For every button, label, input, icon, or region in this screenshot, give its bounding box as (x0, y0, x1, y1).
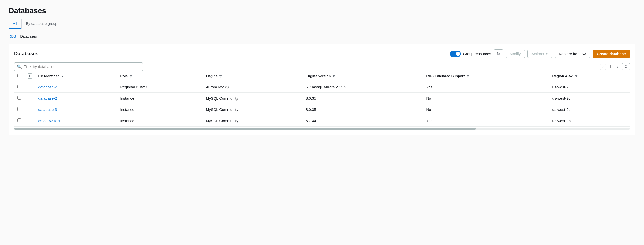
tab-all[interactable]: All (9, 19, 21, 29)
toggle-thumb (456, 52, 460, 56)
actions-button[interactable]: Actions ▼ (527, 50, 552, 58)
row-checkbox[interactable] (17, 96, 21, 100)
table-body: database-2 Regional cluster Aurora MySQL… (14, 81, 630, 127)
chevron-left-icon: ‹ (602, 65, 604, 69)
row-expand-cell (24, 115, 35, 127)
table-row: database-2 Regional cluster Aurora MySQL… (14, 81, 630, 93)
row-expand-cell (24, 104, 35, 115)
row-engine: Aurora MySQL (203, 81, 302, 93)
header-engine[interactable]: Engine ▽ (203, 71, 302, 81)
card-title: Databases (14, 51, 38, 57)
refresh-button[interactable]: ↻ (494, 49, 503, 58)
modify-button[interactable]: Modify (506, 50, 525, 58)
row-db-identifier: database-2 (35, 81, 117, 93)
row-checkbox-cell (14, 104, 24, 115)
table-row: database-2 Instance MySQL Community 8.0.… (14, 93, 630, 104)
row-rds-extended-support: Yes (423, 115, 549, 127)
row-expand-cell (24, 81, 35, 93)
row-db-identifier: database-2 (35, 93, 117, 104)
card-header: Databases Group resources ↻ (14, 49, 630, 58)
breadcrumb: RDS › Databases (9, 34, 635, 38)
group-resources-label: Group resources (463, 52, 491, 56)
header-role[interactable]: Role ▽ (117, 71, 203, 81)
table-row: es-on-57-test Instance MySQL Community 5… (14, 115, 630, 127)
row-engine-version: 8.0.35 (302, 104, 423, 115)
chevron-right-icon: › (617, 65, 618, 69)
header-checkbox-col (14, 71, 24, 81)
table-row: database-3 Instance MySQL Community 8.0.… (14, 104, 630, 115)
row-region-az: us-west-2b (549, 115, 630, 127)
row-region-az: us-west-2c (549, 93, 630, 104)
db-identifier-link[interactable]: database-3 (38, 107, 57, 112)
row-checkbox-cell (14, 115, 24, 127)
header-expand-col: + (24, 71, 35, 81)
search-input-wrap: 🔍 (14, 62, 143, 71)
pagination-prev-button[interactable]: ‹ (600, 64, 606, 70)
sort-icon-rds-extended: ▽ (467, 75, 469, 78)
restore-label: Restore from S3 (559, 52, 586, 56)
row-checkbox[interactable] (17, 118, 21, 122)
row-role: Regional cluster (117, 81, 203, 93)
row-engine-version: 5.7.44 (302, 115, 423, 127)
header-region-az[interactable]: Region & AZ ▽ (549, 71, 630, 81)
create-database-button[interactable]: Create database (593, 50, 630, 58)
header-actions: Group resources ↻ Modify Actions ▼ Resto… (450, 49, 630, 58)
group-resources-toggle-wrap: Group resources (450, 51, 491, 57)
horizontal-scrollbar[interactable] (14, 128, 630, 130)
db-identifier-link[interactable]: database-2 (38, 96, 57, 101)
header-rds-extended-support[interactable]: RDS Extended Support ▽ (423, 71, 549, 81)
databases-table-container: + DB identifier ▲ Role ▽ Engine ▽ (14, 71, 630, 130)
db-identifier-link[interactable]: database-2 (38, 85, 57, 89)
table-header-row: + DB identifier ▲ Role ▽ Engine ▽ (14, 71, 630, 81)
row-engine: MySQL Community (203, 115, 302, 127)
page-container: Databases All By database group RDS › Da… (0, 0, 644, 245)
settings-button[interactable]: ⚙ (622, 63, 630, 70)
row-engine: MySQL Community (203, 93, 302, 104)
select-all-checkbox[interactable] (17, 74, 21, 77)
row-checkbox[interactable] (17, 107, 21, 111)
toggle-track[interactable] (450, 51, 461, 57)
create-label: Create database (597, 52, 626, 56)
sort-icon-role: ▽ (130, 75, 132, 78)
row-checkbox[interactable] (17, 85, 21, 88)
tab-by-database-group[interactable]: By database group (21, 19, 62, 29)
actions-arrow-icon: ▼ (545, 52, 548, 55)
header-db-identifier[interactable]: DB identifier ▲ (35, 71, 117, 81)
expand-icon: + (28, 73, 32, 79)
scrollbar-thumb[interactable] (14, 128, 476, 130)
db-identifier-link[interactable]: es-on-57-test (38, 119, 60, 123)
refresh-icon: ↻ (497, 51, 500, 56)
search-pagination-row: 🔍 ‹ 1 › ⚙ (14, 62, 630, 71)
restore-button[interactable]: Restore from S3 (555, 50, 590, 58)
sort-icon-engine: ▽ (219, 75, 222, 78)
row-engine-version: 5.7.mysql_aurora.2.11.2 (302, 81, 423, 93)
row-engine-version: 8.0.35 (302, 93, 423, 104)
header-engine-version[interactable]: Engine version ▽ (302, 71, 423, 81)
row-role: Instance (117, 115, 203, 127)
group-resources-toggle[interactable] (450, 51, 461, 57)
row-expand-cell (24, 93, 35, 104)
row-region-az: us-west-2c (549, 104, 630, 115)
row-engine: MySQL Community (203, 104, 302, 115)
search-icon: 🔍 (17, 64, 22, 69)
actions-label: Actions (531, 52, 544, 56)
row-checkbox-cell (14, 93, 24, 104)
gear-icon: ⚙ (624, 64, 628, 69)
row-db-identifier: database-3 (35, 104, 117, 115)
row-checkbox-cell (14, 81, 24, 93)
modify-label: Modify (510, 52, 521, 56)
row-rds-extended-support: No (423, 93, 549, 104)
sort-icon-region-az: ▽ (575, 75, 577, 78)
search-input[interactable] (14, 62, 143, 71)
breadcrumb-rds-link[interactable]: RDS (9, 34, 16, 38)
pagination-controls: ‹ 1 › ⚙ (600, 63, 630, 70)
tabs-bar: All By database group (9, 19, 635, 29)
row-db-identifier: es-on-57-test (35, 115, 117, 127)
pagination-next-button[interactable]: › (615, 64, 620, 70)
breadcrumb-current: Databases (20, 34, 37, 38)
row-role: Instance (117, 104, 203, 115)
page-number: 1 (608, 64, 613, 69)
row-rds-extended-support: Yes (423, 81, 549, 93)
row-region-az: us-west-2 (549, 81, 630, 93)
databases-table: + DB identifier ▲ Role ▽ Engine ▽ (14, 71, 630, 127)
